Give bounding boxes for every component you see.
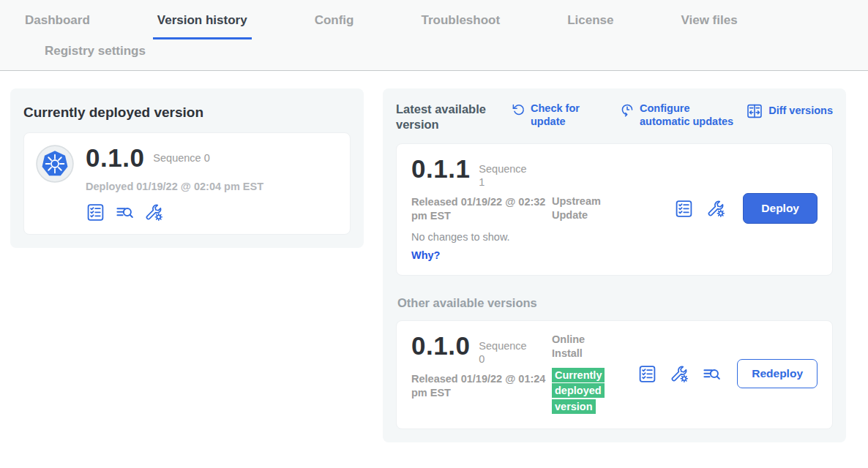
logs-magnifier-icon	[115, 203, 135, 222]
wrench-gear-icon	[670, 364, 689, 384]
nav-row-1: Dashboard Version history Config Trouble…	[0, 12, 868, 39]
tab-registry-settings[interactable]: Registry settings	[40, 42, 150, 70]
other-version-info: 0.1.0 Sequence 0 Released 01/19/22 @ 01:…	[411, 333, 552, 400]
version-number: 0.1.1	[411, 156, 470, 183]
other-version-card: 0.1.0 Sequence 0 Released 01/19/22 @ 01:…	[396, 320, 833, 429]
version-number: 0.1.0	[86, 145, 144, 172]
redeploy-button[interactable]: Redeploy	[737, 359, 818, 388]
currently-deployed-card: 0.1.0 Sequence 0 Deployed 01/19/22 @ 02:…	[23, 132, 351, 235]
deploy-logs-button[interactable]	[702, 364, 722, 384]
check-for-update-link[interactable]: Check for update	[512, 102, 589, 128]
diff-columns-icon	[746, 102, 763, 120]
tab-license[interactable]: License	[563, 12, 618, 39]
wrench-gear-icon	[706, 199, 726, 219]
version-history-page: Currently deployed version 0.1.0 Sequenc…	[0, 71, 868, 442]
deploy-button[interactable]: Deploy	[743, 193, 818, 224]
sequence-label: Sequence 1	[479, 162, 531, 189]
latest-available-title: Latest available version	[396, 102, 507, 133]
deployed-version-info: 0.1.0 Sequence 0 Deployed 01/19/22 @ 02:…	[86, 145, 263, 222]
wrench-gear-icon	[144, 203, 164, 222]
preflight-checks-button[interactable]	[86, 203, 105, 222]
tab-view-files[interactable]: View files	[676, 12, 741, 39]
kubernetes-icon	[36, 145, 74, 183]
sequence-label: Sequence 0	[479, 339, 531, 366]
deploy-logs-button[interactable]	[115, 203, 135, 222]
why-link[interactable]: Why?	[411, 249, 440, 261]
deployed-timestamp: Deployed 01/19/22 @ 02:04 pm EST	[86, 181, 263, 192]
currently-deployed-panel: Currently deployed version 0.1.0 Sequenc…	[10, 88, 364, 248]
latest-version-card: 0.1.1 Sequence 1 Released 01/19/22 @ 02:…	[396, 143, 833, 276]
edit-config-button[interactable]	[706, 199, 726, 219]
tab-version-history[interactable]: Version history	[153, 12, 252, 39]
nav-row-2: Registry settings	[0, 42, 868, 70]
edit-config-button[interactable]	[670, 364, 689, 384]
latest-version-info: 0.1.1 Sequence 1 Released 01/19/22 @ 02:…	[411, 156, 552, 262]
main-nav: Dashboard Version history Config Trouble…	[0, 0, 868, 71]
tab-troubleshoot[interactable]: Troubleshoot	[416, 12, 504, 39]
scheduled-update-icon	[620, 102, 635, 117]
available-versions-panel: Latest available version Check for updat…	[383, 88, 846, 442]
preflight-checks-button[interactable]	[674, 199, 694, 219]
preflight-checklist-icon	[637, 364, 657, 384]
tab-dashboard[interactable]: Dashboard	[20, 12, 94, 39]
released-timestamp: Released 01/19/22 @ 02:32 pm EST	[411, 195, 550, 223]
latest-version-header: Latest available version Check for updat…	[396, 102, 833, 133]
sequence-label: Sequence 0	[153, 151, 209, 165]
version-source: Online Install Currently deployed versio…	[552, 333, 625, 415]
preflight-checks-button[interactable]	[637, 364, 657, 384]
preflight-checklist-icon	[86, 203, 105, 222]
currently-deployed-badge: Currently deployed version	[552, 368, 606, 415]
other-version-actions: Redeploy	[637, 359, 818, 388]
edit-config-button[interactable]	[144, 203, 164, 222]
refresh-arrow-icon	[512, 102, 525, 116]
version-number: 0.1.0	[411, 333, 470, 360]
currently-deployed-title: Currently deployed version	[23, 105, 351, 121]
logs-magnifier-icon	[702, 364, 722, 384]
latest-version-actions: Deploy	[674, 193, 818, 224]
no-changes-text: No changes to show.	[411, 231, 552, 243]
preflight-checklist-icon	[674, 199, 694, 219]
tab-config[interactable]: Config	[310, 12, 359, 39]
released-timestamp: Released 01/19/22 @ 01:24 pm EST	[411, 372, 550, 400]
version-source: Upstream Update	[552, 195, 625, 222]
diff-versions-link[interactable]: Diff versions	[746, 102, 833, 120]
configure-automatic-updates-link[interactable]: Configure automatic updates	[620, 102, 742, 128]
other-versions-title: Other available versions	[397, 296, 833, 310]
